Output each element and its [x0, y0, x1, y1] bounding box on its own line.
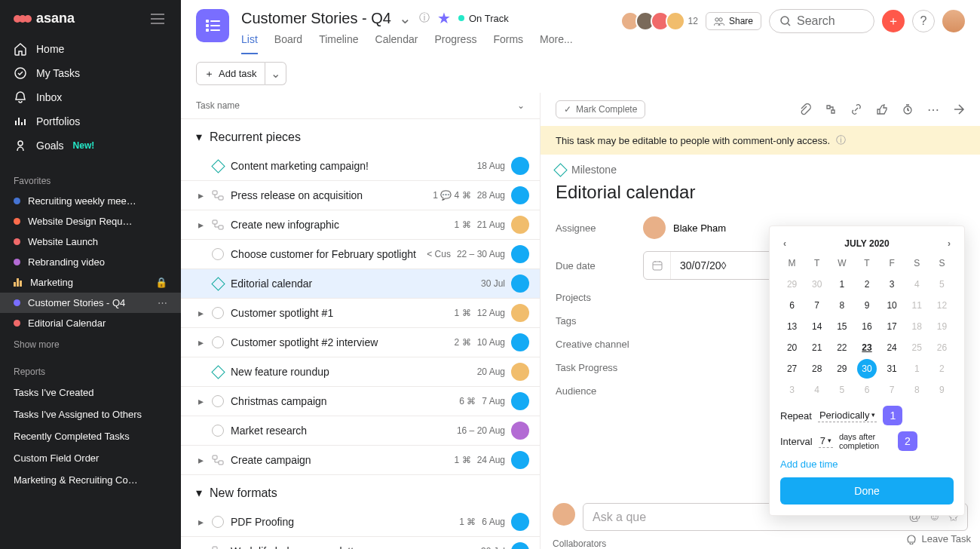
share-button[interactable]: Share	[706, 12, 761, 30]
calendar-day[interactable]: 17	[882, 317, 902, 336]
nav-inbox[interactable]: Inbox	[0, 85, 181, 109]
task-row[interactable]: New feature roundup20 Aug	[181, 357, 540, 387]
disclosure-icon[interactable]: ▸	[196, 454, 205, 466]
calendar-day[interactable]: 8	[907, 380, 926, 400]
star-icon[interactable]: ★	[437, 9, 451, 27]
tab-forms[interactable]: Forms	[493, 33, 523, 54]
calendar-day[interactable]: 7	[807, 296, 827, 315]
calendar-day[interactable]: 30	[857, 359, 877, 379]
calendar-day[interactable]: 1	[907, 359, 926, 379]
task-type-icon[interactable]	[211, 515, 225, 529]
calendar-day[interactable]: 2	[932, 359, 951, 379]
repeat-select[interactable]: Periodically ▾	[818, 409, 877, 422]
task-row[interactable]: ▸Customer spotlight #2 interview2 ⌘10 Au…	[181, 328, 540, 357]
info-icon[interactable]: ⓘ	[419, 11, 430, 25]
chevron-down-icon[interactable]: ⌄	[399, 9, 412, 27]
disclosure-icon[interactable]: ▸	[196, 516, 205, 528]
calendar-day[interactable]: 15	[832, 317, 852, 336]
favorite-item[interactable]: Rebranding video	[0, 252, 181, 272]
assignee-avatar[interactable]	[511, 363, 529, 381]
assignee-avatar[interactable]	[511, 513, 529, 531]
calendar-day[interactable]: 1	[832, 274, 852, 294]
task-row[interactable]: Choose customer for February spotlight< …	[181, 240, 540, 269]
tab-timeline[interactable]: Timeline	[319, 33, 358, 54]
nav-portfolios[interactable]: Portfolios	[0, 109, 181, 133]
leave-task-button[interactable]: Leave Task	[906, 533, 971, 544]
favorite-item[interactable]: Customer Stories - Q4⋯	[0, 293, 181, 313]
task-title[interactable]: Editorial calendar	[556, 182, 965, 203]
favorite-item[interactable]: Marketing🔒	[0, 272, 181, 293]
next-month-icon[interactable]: ›	[948, 238, 951, 249]
calendar-day[interactable]: 20	[782, 338, 802, 357]
tab-more[interactable]: More...	[540, 33, 573, 54]
calendar-day[interactable]: 29	[782, 274, 802, 294]
calendar-day[interactable]: 24	[882, 338, 902, 357]
disclosure-icon[interactable]: ▸	[196, 219, 205, 231]
calendar-day[interactable]: 29	[832, 359, 852, 379]
report-item[interactable]: Recently Completed Tasks	[0, 425, 181, 447]
help-button[interactable]: ?	[912, 10, 935, 32]
task-type-icon[interactable]	[211, 247, 225, 261]
assignee-avatar[interactable]	[511, 542, 529, 549]
favorite-item[interactable]: Website Launch	[0, 232, 181, 252]
section-header[interactable]: ▾New formats	[181, 475, 540, 508]
calendar-day[interactable]: 5	[832, 380, 852, 400]
task-row[interactable]: ▸Christmas campaign6 ⌘7 Aug	[181, 387, 540, 416]
calendar-day[interactable]: 9	[932, 380, 951, 400]
nav-home[interactable]: Home	[0, 37, 181, 61]
calendar-day[interactable]: 14	[807, 317, 827, 336]
nav-my-tasks[interactable]: My Tasks	[0, 61, 181, 85]
task-row[interactable]: Content marketing campaign!18 Aug	[181, 152, 540, 181]
calendar-day[interactable]: 22	[832, 338, 852, 357]
assignee-avatar[interactable]	[511, 157, 529, 175]
favorite-item[interactable]: Website Design Requ…	[0, 211, 181, 232]
calendar-day[interactable]: 28	[807, 359, 827, 379]
disclosure-icon[interactable]: ▸	[196, 189, 205, 201]
tab-board[interactable]: Board	[274, 33, 302, 54]
favorite-item[interactable]: Recruiting weekly mee…	[0, 191, 181, 211]
prev-month-icon[interactable]: ‹	[783, 238, 786, 249]
task-type-icon[interactable]	[211, 306, 225, 320]
add-task-button[interactable]: ＋ Add task	[196, 62, 265, 85]
calendar-day[interactable]: 13	[782, 317, 802, 336]
status-pill[interactable]: On Track	[458, 13, 509, 24]
task-type-icon[interactable]	[211, 394, 225, 408]
assignee-avatar[interactable]	[511, 245, 529, 263]
assignee-avatar[interactable]	[511, 304, 529, 322]
more-icon[interactable]: ⋯	[927, 103, 939, 117]
disclosure-icon[interactable]: ▾	[196, 130, 202, 144]
assignee-avatar[interactable]	[511, 392, 529, 410]
report-item[interactable]: Marketing & Recruiting Co…	[0, 469, 181, 491]
assignee-value[interactable]: Blake Pham	[643, 216, 726, 239]
calendar-day[interactable]: 27	[782, 359, 802, 379]
calendar-day[interactable]: 6	[857, 380, 877, 400]
project-title[interactable]: Customer Stories - Q4	[241, 10, 391, 27]
calendar-day[interactable]: 3	[882, 274, 902, 294]
task-type-icon[interactable]	[211, 453, 225, 467]
like-icon[interactable]	[876, 103, 888, 115]
disclosure-icon[interactable]: ▾	[196, 486, 202, 500]
disclosure-icon[interactable]: ▸	[196, 395, 205, 407]
interval-select[interactable]: 7 ▾	[819, 435, 833, 448]
project-icon[interactable]	[196, 9, 229, 42]
tab-list[interactable]: List	[241, 33, 258, 54]
calendar-day[interactable]: 8	[832, 296, 852, 315]
timer-icon[interactable]	[902, 103, 914, 115]
task-row[interactable]: ▸Create campaign1 ⌘24 Aug	[181, 446, 540, 475]
tab-calendar[interactable]: Calendar	[375, 33, 418, 54]
task-row[interactable]: ▸Press release on acquisition1 💬 4 ⌘28 A…	[181, 181, 540, 210]
done-button[interactable]: Done	[780, 477, 954, 505]
calendar-day[interactable]: 4	[807, 380, 827, 400]
nav-goals[interactable]: GoalsNew!	[0, 133, 181, 158]
add-due-time[interactable]: Add due time	[780, 459, 954, 470]
assignee-avatar[interactable]	[511, 274, 529, 293]
calendar-day[interactable]: 4	[907, 274, 926, 294]
report-item[interactable]: Tasks I've Assigned to Others	[0, 403, 181, 425]
report-item[interactable]: Tasks I've Created	[0, 382, 181, 403]
calendar-day[interactable]: 9	[857, 296, 877, 315]
show-more[interactable]: Show more	[0, 333, 181, 356]
mark-complete-button[interactable]: ✓ Mark Complete	[556, 100, 645, 118]
section-header[interactable]: ▾Recurrent pieces	[181, 119, 540, 152]
calendar-day[interactable]: 12	[932, 296, 951, 315]
calendar-day[interactable]: 19	[932, 317, 951, 336]
